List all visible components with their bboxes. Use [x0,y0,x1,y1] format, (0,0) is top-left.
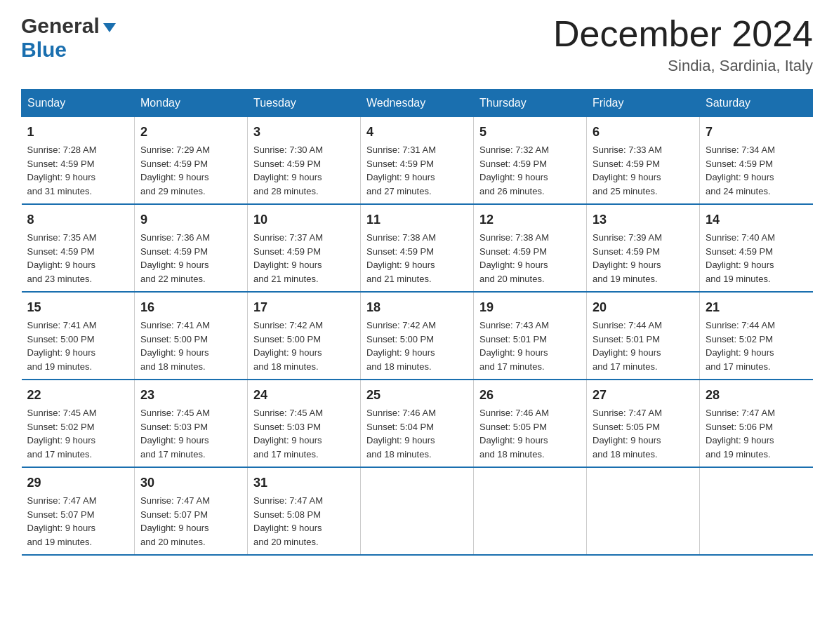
daylight-text: Daylight: 9 hours [27,435,96,445]
daylight-text: Daylight: 9 hours [253,172,322,182]
sunrise-text: Sunrise: 7:39 AM [593,232,662,243]
day-number: 22 [27,386,129,405]
col-sunday: Sunday [22,90,135,117]
daylight-continuation: and 18 minutes. [366,449,432,459]
daylight-continuation: and 26 minutes. [479,186,545,196]
sunrise-text: Sunrise: 7:47 AM [27,495,97,506]
location-text: Sindia, Sardinia, Italy [553,57,813,75]
logo-general-text: General [21,14,100,38]
calendar-week-row: 1 Sunrise: 7:28 AM Sunset: 4:59 PM Dayli… [22,117,813,205]
daylight-continuation: and 19 minutes. [706,449,771,459]
day-number: 2 [140,123,241,142]
calendar-cell: 12 Sunrise: 7:38 AM Sunset: 4:59 PM Dayl… [474,204,587,292]
day-number: 31 [253,474,355,492]
daylight-continuation: and 17 minutes. [479,361,545,372]
sunset-text: Sunset: 4:59 PM [27,159,95,169]
calendar-table: Sunday Monday Tuesday Wednesday Thursday… [21,89,813,556]
day-number: 23 [140,386,241,405]
calendar-cell: 18 Sunrise: 7:42 AM Sunset: 5:00 PM Dayl… [361,292,474,380]
daylight-continuation: and 22 minutes. [140,274,206,284]
calendar-cell: 3 Sunrise: 7:30 AM Sunset: 4:59 PM Dayli… [248,117,361,205]
col-wednesday: Wednesday [361,90,474,117]
daylight-text: Daylight: 9 hours [593,172,661,182]
daylight-continuation: and 20 minutes. [253,537,319,547]
sunrise-text: Sunrise: 7:29 AM [140,145,210,155]
sunrise-text: Sunrise: 7:47 AM [706,408,775,418]
month-title: December 2024 [553,14,813,54]
sunrise-text: Sunrise: 7:44 AM [593,320,662,330]
day-number: 19 [479,298,581,317]
sunrise-text: Sunrise: 7:36 AM [140,232,210,243]
day-number: 5 [479,123,581,142]
sunset-text: Sunset: 5:01 PM [479,334,547,344]
sunset-text: Sunset: 5:07 PM [27,509,95,520]
calendar-cell [474,467,587,555]
sunrise-text: Sunrise: 7:38 AM [366,232,436,243]
calendar-cell: 21 Sunrise: 7:44 AM Sunset: 5:02 PM Dayl… [700,292,813,380]
daylight-text: Daylight: 9 hours [366,435,435,445]
daylight-continuation: and 19 minutes. [593,274,658,284]
daylight-text: Daylight: 9 hours [593,347,661,358]
sunrise-text: Sunrise: 7:47 AM [140,495,210,506]
calendar-cell: 17 Sunrise: 7:42 AM Sunset: 5:00 PM Dayl… [248,292,361,380]
sunset-text: Sunset: 5:00 PM [27,334,95,344]
sunset-text: Sunset: 4:59 PM [706,246,773,257]
day-number: 21 [706,298,807,317]
logo-blue-text: Blue [21,38,67,61]
day-number: 25 [366,386,468,405]
daylight-text: Daylight: 9 hours [253,347,322,358]
daylight-continuation: and 17 minutes. [706,361,771,372]
sunrise-text: Sunrise: 7:45 AM [253,408,323,418]
sunset-text: Sunset: 4:59 PM [366,159,434,169]
day-number: 16 [140,298,241,317]
page-header: General Blue December 2024 Sindia, Sardi… [21,14,813,75]
daylight-continuation: and 19 minutes. [27,537,93,547]
sunset-text: Sunset: 5:03 PM [253,422,321,432]
calendar-cell: 25 Sunrise: 7:46 AM Sunset: 5:04 PM Dayl… [361,380,474,467]
day-number: 11 [366,210,468,229]
calendar-week-row: 22 Sunrise: 7:45 AM Sunset: 5:02 PM Dayl… [22,380,813,467]
daylight-continuation: and 17 minutes. [27,449,93,459]
calendar-cell: 29 Sunrise: 7:47 AM Sunset: 5:07 PM Dayl… [22,467,135,555]
sunrise-text: Sunrise: 7:41 AM [27,320,97,330]
sunset-text: Sunset: 5:03 PM [140,422,208,432]
day-number: 27 [593,386,694,405]
day-number: 4 [366,123,468,142]
sunset-text: Sunset: 4:59 PM [479,246,547,257]
sunrise-text: Sunrise: 7:42 AM [366,320,436,330]
day-number: 10 [253,210,355,229]
calendar-cell: 26 Sunrise: 7:46 AM Sunset: 5:05 PM Dayl… [474,380,587,467]
sunrise-text: Sunrise: 7:30 AM [253,145,323,155]
sunset-text: Sunset: 5:02 PM [27,422,95,432]
daylight-text: Daylight: 9 hours [27,260,96,270]
calendar-cell: 27 Sunrise: 7:47 AM Sunset: 5:05 PM Dayl… [587,380,700,467]
sunset-text: Sunset: 4:59 PM [253,246,321,257]
daylight-text: Daylight: 9 hours [140,347,209,358]
sunset-text: Sunset: 5:00 PM [253,334,321,344]
sunset-text: Sunset: 5:02 PM [706,334,773,344]
sunset-text: Sunset: 4:59 PM [27,246,95,257]
day-number: 9 [140,210,241,229]
daylight-continuation: and 27 minutes. [366,186,432,196]
calendar-cell: 8 Sunrise: 7:35 AM Sunset: 4:59 PM Dayli… [22,204,135,292]
calendar-cell: 6 Sunrise: 7:33 AM Sunset: 4:59 PM Dayli… [587,117,700,205]
day-number: 17 [253,298,355,317]
calendar-cell: 10 Sunrise: 7:37 AM Sunset: 4:59 PM Dayl… [248,204,361,292]
daylight-text: Daylight: 9 hours [27,347,96,358]
daylight-text: Daylight: 9 hours [593,260,661,270]
logo: General Blue [21,14,116,62]
daylight-continuation: and 29 minutes. [140,186,206,196]
day-number: 14 [706,210,807,229]
sunrise-text: Sunrise: 7:41 AM [140,320,210,330]
calendar-cell: 2 Sunrise: 7:29 AM Sunset: 4:59 PM Dayli… [135,117,248,205]
daylight-text: Daylight: 9 hours [140,435,209,445]
daylight-continuation: and 20 minutes. [140,537,206,547]
daylight-text: Daylight: 9 hours [366,172,435,182]
daylight-continuation: and 17 minutes. [593,361,658,372]
day-number: 12 [479,210,581,229]
daylight-continuation: and 18 minutes. [253,361,319,372]
sunrise-text: Sunrise: 7:31 AM [366,145,436,155]
sunrise-text: Sunrise: 7:46 AM [366,408,436,418]
calendar-cell: 14 Sunrise: 7:40 AM Sunset: 4:59 PM Dayl… [700,204,813,292]
calendar-week-row: 8 Sunrise: 7:35 AM Sunset: 4:59 PM Dayli… [22,204,813,292]
